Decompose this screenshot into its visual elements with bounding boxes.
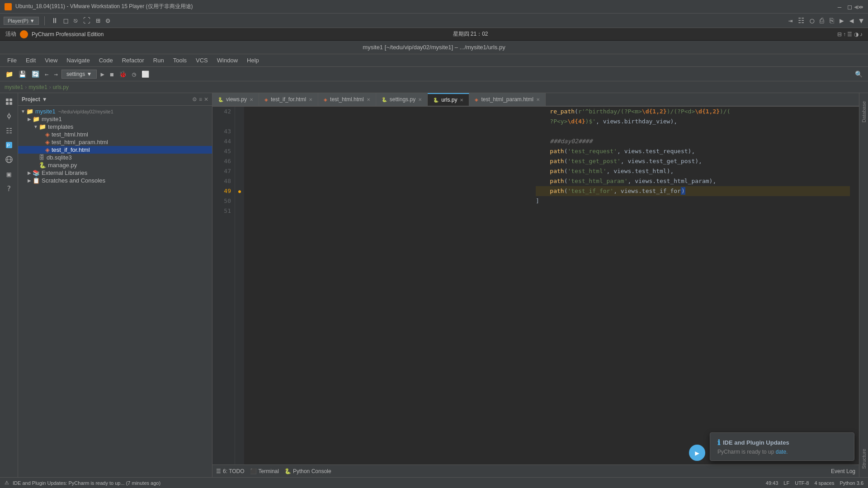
run-button[interactable]: ▶ — [689, 445, 705, 461]
vm-toolbar-right-2[interactable]: ☷ — [797, 15, 805, 26]
debug-btn[interactable]: 🐞 — [117, 70, 128, 79]
commit-icon[interactable] — [3, 110, 15, 122]
maximize-button[interactable]: □ — [846, 3, 853, 10]
tab-close-test-html[interactable]: ✕ — [367, 97, 370, 102]
profile-btn[interactable]: ◷ — [130, 70, 137, 79]
run-config-btn[interactable]: ▶ — [99, 70, 106, 79]
tab-test-html-param[interactable]: ◈ test_html_param.html ✕ — [469, 93, 545, 106]
menu-tools[interactable]: Tools — [170, 56, 190, 65]
tab-urls[interactable]: 🐍 urls.py ✕ — [428, 93, 469, 106]
tab-close-test-html-param[interactable]: ✕ — [536, 97, 540, 102]
settings-button[interactable]: ⚙ — [105, 15, 111, 26]
vm-toolbar-right-5[interactable]: ⎘ — [829, 15, 835, 26]
player-menu-button[interactable]: Player(P) ▼ — [4, 17, 39, 25]
tab-close-settings[interactable]: ✕ — [418, 97, 422, 102]
project-dropdown-icon[interactable]: ▼ — [42, 96, 47, 103]
tab-test-if-for[interactable]: ◈ test_if_for.html ✕ — [259, 93, 318, 106]
bottom-tab-python-console[interactable]: 🐍 Python Console — [284, 468, 331, 474]
line-ending: LF — [783, 480, 789, 486]
breadcrumb-root[interactable]: mysite1 — [5, 84, 23, 90]
project-close-icon[interactable]: ✕ — [204, 96, 208, 103]
stop-button[interactable]: □ — [63, 15, 69, 26]
activities-label[interactable]: 活动 — [5, 30, 16, 38]
vm-toolbar-right-4[interactable]: ⎙ — [819, 15, 825, 26]
pycharm-taskbar-icon[interactable] — [20, 30, 28, 38]
tree-item-templates[interactable]: ▼ 📁 templates — [18, 123, 212, 131]
event-log-label: Event Log — [831, 468, 855, 474]
tab-views[interactable]: 🐍 views.py ✕ — [212, 93, 259, 106]
menu-refactor[interactable]: Refactor — [118, 56, 148, 65]
sync-btn[interactable]: 🔄 — [30, 70, 41, 79]
tree-item-manage[interactable]: 🐍 manage.py — [18, 161, 212, 169]
ide-ctrl-2[interactable]: ● — [860, 4, 863, 9]
tree-item-root[interactable]: ▼ 📁 mysite1 ~/tedu/vip/day02/mysite1 — [18, 108, 212, 115]
right-sidebar-database[interactable]: Database — [861, 98, 867, 126]
breadcrumb-mysite1[interactable]: mysite1 — [28, 84, 47, 90]
menu-file[interactable]: File — [4, 56, 20, 65]
tab-label-urls: urls.py — [441, 97, 457, 103]
vm-toolbar-right-8[interactable]: ▼ — [858, 15, 864, 26]
menu-run[interactable]: Run — [150, 56, 168, 65]
save-btn[interactable]: 💾 — [17, 70, 28, 79]
minimize-button[interactable]: — — [836, 3, 843, 10]
project-settings-icon[interactable]: ⚙ — [192, 96, 197, 103]
structure-icon[interactable]: ☷ — [3, 124, 15, 137]
tree-item-mysite1[interactable]: ▶ 📁 mysite1 — [18, 115, 212, 123]
event-log-tab[interactable]: Event Log — [831, 468, 855, 474]
project-options-icon[interactable]: ≡ — [199, 96, 202, 103]
code-content[interactable]: re_path(r'^birthday/(?P<m>\d{1,2})/(?P<d… — [527, 107, 859, 465]
vm-toolbar-right-6[interactable]: ▶ — [839, 15, 845, 26]
line-numbers: 42 43 44 45 46 47 48 49 50 51 — [212, 107, 235, 465]
tree-item-external-libs[interactable]: ▶ 📚 External Libraries — [18, 169, 212, 177]
browser-icon[interactable] — [3, 153, 15, 166]
ide-ctrl-1[interactable]: ◀ — [854, 4, 858, 10]
window-title: Ubuntu_18.04(1911) - VMware Workstation … — [15, 3, 193, 10]
tab-close-urls[interactable]: ✕ — [460, 98, 463, 103]
unity-button[interactable]: ⊞ — [95, 15, 101, 26]
vm-toolbar-right-1[interactable]: ⇥ — [788, 15, 794, 26]
menu-code[interactable]: Code — [95, 56, 117, 65]
tree-item-test-html[interactable]: ◈ test_html.html — [18, 131, 212, 138]
tree-item-db[interactable]: 🗄 db.sqlite3 — [18, 154, 212, 161]
help-icon[interactable]: ? — [3, 182, 15, 195]
menu-help[interactable]: Help — [243, 56, 263, 65]
tree-item-scratches[interactable]: ▶ 📋 Scratches and Consoles — [18, 177, 212, 184]
folder-icon-templates: 📁 — [39, 123, 46, 130]
tree-label-manage: manage.py — [48, 162, 77, 169]
breadcrumb-urls[interactable]: urls.py — [53, 84, 69, 90]
pause-button[interactable]: ⏸ — [50, 15, 59, 26]
tab-close-test-if-for[interactable]: ✕ — [309, 97, 312, 102]
tab-close-views[interactable]: ✕ — [250, 97, 253, 102]
fullscreen-button[interactable]: ⛶ — [82, 15, 91, 26]
project-icon[interactable] — [3, 95, 15, 108]
search-btn[interactable]: 🔍 — [853, 70, 864, 79]
back-btn[interactable]: ← — [43, 70, 50, 79]
tab-settings[interactable]: 🐍 settings.py ✕ — [376, 93, 428, 106]
settings-dropdown[interactable]: settings ▼ — [61, 70, 97, 79]
tree-arrow-test-if-for — [39, 147, 45, 152]
forward-btn[interactable]: → — [52, 70, 59, 79]
menu-vcs[interactable]: VCS — [192, 56, 212, 65]
menu-window[interactable]: Window — [213, 56, 241, 65]
vm-toolbar-right-7[interactable]: ◀ — [849, 15, 855, 26]
open-folder-btn[interactable]: 📁 — [4, 70, 15, 79]
menu-view[interactable]: View — [41, 56, 61, 65]
coverage-btn[interactable]: ⬜ — [140, 70, 151, 79]
terminal-icon[interactable]: ▣ — [3, 168, 15, 180]
menu-edit[interactable]: Edit — [22, 56, 39, 65]
system-tray: ⊟ ↑ ☰ ◑ ♪ — [837, 31, 863, 38]
tree-item-test-if-for[interactable]: ◈ test_if_for.html — [18, 146, 212, 154]
bottom-tab-terminal[interactable]: ⬛ Terminal — [250, 468, 279, 474]
right-sidebar-structure[interactable]: Structure — [861, 445, 867, 473]
pycharm-app-label[interactable]: PyCharm Professional Edition — [32, 31, 104, 38]
tree-item-test-html-param[interactable]: ◈ test_html_param.html — [18, 138, 212, 146]
bottom-tab-todo[interactable]: ☰ 6: TODO — [216, 468, 245, 474]
send-ctrl-alt-del[interactable]: ⎋ — [72, 15, 79, 26]
pycharm-logo-icon[interactable]: P — [3, 139, 15, 151]
notification-link[interactable]: date. — [776, 449, 788, 455]
tab-test-html[interactable]: ◈ test_html.html ✕ — [318, 93, 376, 106]
build-btn[interactable]: ◼ — [108, 70, 115, 79]
menu-navigate[interactable]: Navigate — [63, 56, 93, 65]
vm-toolbar-right-3[interactable]: ◯ — [809, 15, 815, 26]
code-area: 42 43 44 45 46 47 48 49 50 51 — [212, 107, 859, 465]
